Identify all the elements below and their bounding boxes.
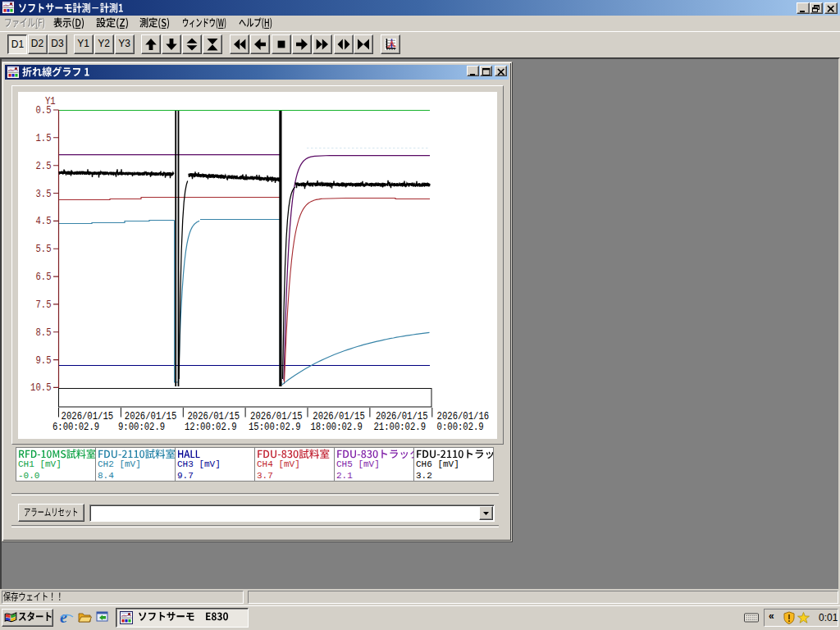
- svg-text:2026/01/15: 2026/01/15: [62, 411, 114, 422]
- svg-text:9:00:02.9: 9:00:02.9: [118, 422, 165, 433]
- svg-text:2026/01/15: 2026/01/15: [376, 411, 428, 422]
- svg-text:10.5: 10.5: [30, 382, 51, 394]
- svg-text:7.5: 7.5: [36, 299, 52, 311]
- svg-text:0:00:02.9: 0:00:02.9: [437, 422, 484, 433]
- svg-text:2026/01/15: 2026/01/15: [125, 411, 177, 422]
- svg-text:Y1: Y1: [45, 96, 56, 107]
- svg-text:3.5: 3.5: [36, 189, 52, 200]
- svg-text:2026/01/15: 2026/01/15: [188, 411, 240, 422]
- svg-text:5.5: 5.5: [36, 244, 52, 255]
- svg-text:2026/01/16: 2026/01/16: [437, 411, 490, 422]
- svg-text:15:00:02.9: 15:00:02.9: [249, 422, 301, 433]
- svg-text:1.5: 1.5: [36, 133, 52, 144]
- svg-text:4.5: 4.5: [36, 216, 52, 227]
- svg-text:2026/01/15: 2026/01/15: [313, 411, 365, 422]
- svg-text:12:00:02.9: 12:00:02.9: [185, 422, 237, 433]
- svg-text:6.5: 6.5: [36, 272, 52, 283]
- svg-text:2.5: 2.5: [36, 161, 52, 172]
- svg-text:9.5: 9.5: [36, 355, 52, 367]
- svg-text:6:00:02.9: 6:00:02.9: [52, 422, 99, 433]
- svg-text:21:00:02.9: 21:00:02.9: [374, 422, 427, 433]
- svg-text:8.5: 8.5: [36, 327, 52, 339]
- svg-text:2026/01/15: 2026/01/15: [250, 411, 303, 422]
- svg-text:18:00:02.9: 18:00:02.9: [310, 422, 363, 433]
